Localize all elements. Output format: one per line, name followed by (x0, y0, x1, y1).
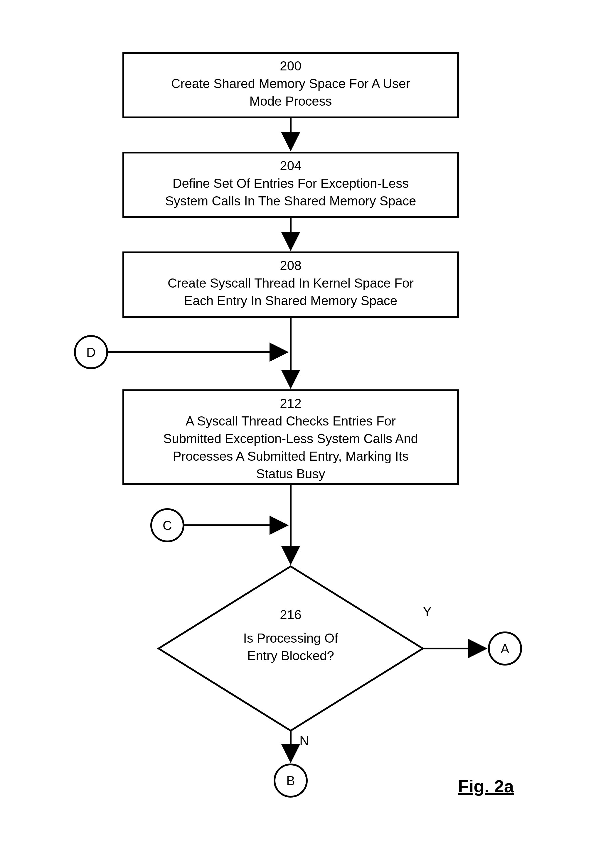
connector-c-label: C (163, 518, 172, 533)
step-200-line2: Mode Process (249, 94, 332, 108)
step-212-line2: Submitted Exception-Less System Calls An… (163, 431, 418, 446)
label-n: N (300, 733, 309, 748)
connector-d-label: D (86, 345, 96, 359)
decision-216-num: 216 (280, 607, 301, 622)
connector-d: D (75, 336, 107, 368)
figure-label: Fig. 2a (458, 776, 514, 796)
step-200-num: 200 (280, 59, 301, 73)
step-204-line1: Define Set Of Entries For Exception-Less (173, 176, 409, 190)
connector-b-label: B (286, 774, 295, 788)
step-204-num: 204 (280, 158, 301, 173)
decision-216-line2: Entry Blocked? (247, 648, 334, 663)
step-208: 208 Create Syscall Thread In Kernel Spac… (123, 252, 458, 317)
step-212-num: 212 (280, 396, 301, 410)
step-200-line1: Create Shared Memory Space For A User (171, 76, 410, 91)
step-200: 200 Create Shared Memory Space For A Use… (123, 53, 458, 117)
connector-a: A (489, 632, 521, 665)
connector-b: B (275, 765, 307, 797)
step-212-line1: A Syscall Thread Checks Entries For (186, 414, 396, 428)
step-204: 204 Define Set Of Entries For Exception-… (123, 153, 458, 217)
step-212-line4: Status Busy (256, 466, 325, 481)
decision-216: 216 Is Processing Of Entry Blocked? (158, 566, 423, 731)
step-204-line2: System Calls In The Shared Memory Space (165, 194, 416, 208)
step-212: 212 A Syscall Thread Checks Entries For … (123, 390, 458, 484)
step-208-line1: Create Syscall Thread In Kernel Space Fo… (168, 276, 414, 290)
step-208-num: 208 (280, 258, 301, 273)
connector-c: C (151, 509, 183, 542)
step-208-line2: Each Entry In Shared Memory Space (184, 294, 397, 308)
flowchart-fig-2a: 200 Create Shared Memory Space For A Use… (0, 0, 591, 868)
step-212-line3: Processes A Submitted Entry, Marking Its (173, 449, 409, 464)
decision-216-line1: Is Processing Of (244, 631, 338, 645)
label-y: Y (423, 604, 432, 619)
connector-a-label: A (501, 641, 510, 656)
